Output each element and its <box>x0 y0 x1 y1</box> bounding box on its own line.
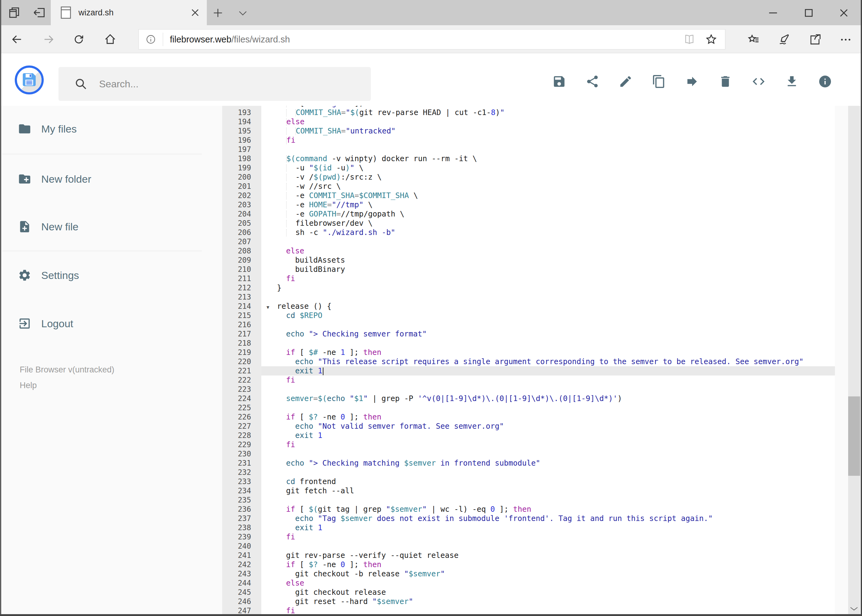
code-line[interactable]: 246 git reset --hard "$semver" <box>222 597 835 606</box>
search-input[interactable]: Search... <box>58 67 371 101</box>
sidebar-item-logout[interactable]: Logout <box>0 310 203 337</box>
scroll-down-icon[interactable] <box>849 605 859 612</box>
favorites-hub-icon[interactable] <box>747 33 760 46</box>
favorite-star-icon[interactable] <box>705 33 717 45</box>
code-line[interactable]: 198$(command -v winpty) docker run --rm … <box>222 154 835 163</box>
code-line[interactable]: 200 -v /$(pwd):/src:z \ <box>222 173 835 182</box>
filebrowser-logo[interactable] <box>15 66 44 94</box>
code-line[interactable]: 206 sh -c "./wizard.sh -b" <box>222 228 835 237</box>
code-line[interactable]: 202 -e COMMIT_SHA=$COMMIT_SHA \ <box>222 191 835 200</box>
more-actions-icon[interactable] <box>839 33 852 46</box>
download-button[interactable] <box>783 73 800 90</box>
sidebar-item-new-folder[interactable]: New folder <box>0 165 203 193</box>
code-line[interactable]: 244 else <box>222 578 835 588</box>
code-line[interactable]: 225 <box>222 403 835 412</box>
sidebar-item-my-files[interactable]: My files <box>0 115 203 143</box>
reading-view-icon[interactable] <box>684 34 695 45</box>
code-line[interactable]: 219 if [ $# -ne 1 ]; then <box>222 348 835 357</box>
window-minimize-button[interactable] <box>766 6 780 20</box>
browser-titlebar: wizard.sh <box>0 0 862 25</box>
code-view-button[interactable] <box>750 73 767 90</box>
code-line[interactable]: 245 git checkout release <box>222 588 835 597</box>
help-link[interactable]: Help <box>20 381 37 390</box>
delete-button[interactable] <box>717 73 734 90</box>
code-line[interactable]: 228 exit 1 <box>222 431 835 440</box>
code-line[interactable]: 205 filebrowser/dev \ <box>222 218 835 228</box>
sidebar-item-settings[interactable]: Settings <box>0 261 203 289</box>
edit-button[interactable] <box>617 73 634 90</box>
code-line[interactable]: 204 -e GOPATH=//tmp/gopath \ <box>222 209 835 218</box>
fold-arrow-icon[interactable]: ▾ <box>266 303 269 312</box>
set-tabs-aside-icon[interactable] <box>32 6 46 20</box>
save-button[interactable] <box>551 73 567 90</box>
share-page-icon[interactable] <box>809 33 822 46</box>
page-scrollbar[interactable] <box>848 53 860 616</box>
home-icon[interactable] <box>104 33 116 46</box>
new-tab-button[interactable] <box>212 7 224 19</box>
sidebar-item-new-file[interactable]: New file <box>0 213 203 240</box>
code-line[interactable]: 212} <box>222 283 835 292</box>
code-line[interactable]: 209 buildAssets <box>222 256 835 265</box>
tab-list-chevron-icon[interactable] <box>238 9 248 18</box>
code-line[interactable]: 195COMMIT_SHA="untracked" <box>222 126 835 136</box>
code-line[interactable]: 227 echo "Not valid semver format. See s… <box>222 422 835 431</box>
code-line[interactable]: 234 git fetch --all <box>222 486 835 495</box>
code-line[interactable]: 213 <box>222 292 835 302</box>
scrollbar-thumb[interactable] <box>848 396 860 476</box>
code-line[interactable]: 216 <box>222 320 835 329</box>
code-line[interactable]: 233 cd frontend <box>222 477 835 486</box>
code-line[interactable]: 199 -u "$(id -u)" \ <box>222 163 835 173</box>
move-button[interactable] <box>684 73 700 90</box>
web-note-pen-icon[interactable] <box>778 33 791 46</box>
code-line[interactable]: 196fi <box>222 136 835 145</box>
code-line[interactable]: 236 if [ $(git tag | grep "$semver" | wc… <box>222 504 835 514</box>
code-line[interactable]: 242 if [ $? -ne 0 ]; then <box>222 560 835 569</box>
code-line[interactable]: 214▾release () { <box>222 302 835 311</box>
code-line[interactable]: 229 fi <box>222 440 835 449</box>
code-line[interactable]: 230 <box>222 449 835 459</box>
forward-icon[interactable] <box>43 33 55 46</box>
text-cursor <box>323 368 323 375</box>
code-line[interactable]: 231 echo "> Checking matching $semver in… <box>222 459 835 468</box>
code-line[interactable]: 215 cd $REPO <box>222 311 835 320</box>
code-line[interactable]: 220 echo "This release script requires a… <box>222 357 835 366</box>
window-maximize-button[interactable] <box>802 6 816 20</box>
code-line[interactable]: 226 if [ $? -ne 0 ]; then <box>222 412 835 422</box>
code-line[interactable]: 243 git checkout -b release "$semver" <box>222 569 835 578</box>
url-field[interactable]: filebrowser.web/files/wizard.sh <box>139 29 725 50</box>
tab-preview-icon[interactable] <box>7 6 22 20</box>
code-line[interactable]: 238 exit 1 <box>222 523 835 532</box>
code-editor[interactable]: 192if [ -d ".git" ]; then193COMMIT_SHA="… <box>222 106 835 616</box>
info-button[interactable] <box>817 73 834 90</box>
code-line[interactable]: 192if [ -d ".git" ]; then <box>222 106 835 108</box>
code-line[interactable]: 223 <box>222 385 835 394</box>
code-line[interactable]: 237 echo "Tag $semver does not exist in … <box>222 514 835 523</box>
browser-tab[interactable]: wizard.sh <box>51 0 207 25</box>
tab-close-icon[interactable] <box>189 6 201 19</box>
code-line[interactable]: 193COMMIT_SHA="$(git rev-parse HEAD | cu… <box>222 108 835 117</box>
code-line[interactable]: 207 <box>222 237 835 246</box>
code-line[interactable]: 235 <box>222 495 835 504</box>
code-line[interactable]: 208 else <box>222 246 835 256</box>
code-line[interactable]: 241 git rev-parse --verify --quiet relea… <box>222 551 835 560</box>
window-close-button[interactable] <box>837 6 851 20</box>
share-button[interactable] <box>584 73 601 90</box>
code-line[interactable]: 224 semver=$(echo "$1" | grep -P '^v(0|[… <box>222 394 835 403</box>
refresh-icon[interactable] <box>72 33 85 46</box>
code-line[interactable]: 197 <box>222 145 835 154</box>
code-line[interactable]: 210 buildBinary <box>222 265 835 274</box>
code-line[interactable]: 232 <box>222 468 835 477</box>
back-icon[interactable] <box>11 33 23 46</box>
copy-button[interactable] <box>651 73 667 90</box>
code-line[interactable]: 222 fi <box>222 376 835 385</box>
code-line[interactable]: 201 -w //src \ <box>222 182 835 191</box>
code-line[interactable]: 194else <box>222 117 835 126</box>
site-info-icon[interactable] <box>145 34 156 45</box>
code-line[interactable]: 240 <box>222 542 835 551</box>
code-line[interactable]: 221 exit 1 <box>222 366 835 376</box>
code-line[interactable]: 239 fi <box>222 532 835 542</box>
code-line[interactable]: 203 -e HOME="//tmp" \ <box>222 200 835 209</box>
code-line[interactable]: 218 <box>222 339 835 348</box>
code-line[interactable]: 211 fi <box>222 274 835 283</box>
code-line[interactable]: 217 echo "> Checking semver format" <box>222 329 835 339</box>
